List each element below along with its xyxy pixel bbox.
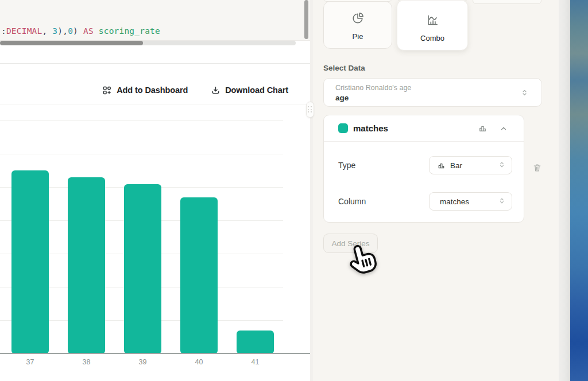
chart-type-combo-label: Combo <box>420 34 444 42</box>
add-to-dashboard-label: Add to Dashboard <box>117 85 188 95</box>
series-type-value: Bar <box>450 161 462 170</box>
code-token: 0 <box>68 26 73 36</box>
code-token <box>94 26 99 36</box>
code-token: AS <box>83 26 94 36</box>
add-to-dashboard-icon <box>102 85 112 95</box>
x-axis-labels: 3738394041 <box>0 358 310 368</box>
chart-type-pie-label: Pie <box>353 32 363 41</box>
download-chart-button[interactable]: Download Chart <box>211 85 288 95</box>
bar-matches-38 <box>68 177 105 354</box>
add-series-button[interactable]: Add Series <box>323 234 378 253</box>
select-data-heading: Select Data <box>323 64 365 72</box>
app-screen: :DECIMAL, 3),0) AS scoring_rate Add to D… <box>0 0 588 381</box>
column-row-label: Column <box>338 197 366 206</box>
series-card-header[interactable]: matches <box>324 115 524 142</box>
unfold-up-down-icon <box>520 88 529 99</box>
x-axis-tick-label: 39 <box>124 358 161 366</box>
bar-matches-39 <box>124 184 161 354</box>
code-token: ), <box>57 26 68 36</box>
chart-type-pie-card[interactable]: Pie <box>323 1 392 49</box>
download-chart-label: Download Chart <box>225 85 288 95</box>
data-source-value: age <box>335 94 349 102</box>
chart-config-panel: Pie Combo Select Data Cristiano Ronaldo'… <box>313 0 559 381</box>
unfold-up-down-icon <box>498 161 506 171</box>
x-axis-tick-label: 37 <box>11 358 49 366</box>
code-token: scoring_rate <box>99 26 160 36</box>
code-token: : <box>1 26 6 36</box>
divider <box>0 63 310 64</box>
editor-horizontal-scrollbar-thumb[interactable] <box>0 41 143 45</box>
type-row-label: Type <box>338 161 355 170</box>
delete-series-button[interactable] <box>531 162 543 175</box>
x-axis-line <box>0 353 310 354</box>
sql-editor[interactable]: :DECIMAL, 3),0) AS scoring_rate <box>0 0 310 41</box>
chart-toolbar: Add to Dashboard Download Chart <box>0 79 303 101</box>
bar-matches-40 <box>180 197 218 354</box>
bar-matches-37 <box>11 170 49 354</box>
editor-vertical-scrollbar[interactable] <box>304 0 308 39</box>
chart-type-combo-card[interactable]: Combo <box>397 0 468 50</box>
series-color-swatch <box>338 123 348 133</box>
mini-bar-chart-icon <box>477 123 488 136</box>
bar-matches-41 <box>237 331 274 354</box>
combo-chart-icon <box>425 13 440 30</box>
code-token: , <box>42 26 52 36</box>
data-source-title: Cristiano Ronaldo's age <box>335 84 411 92</box>
series-column-dropdown[interactable]: matches <box>429 192 512 211</box>
panel-resize-handle[interactable] <box>306 102 314 118</box>
data-source-select[interactable]: Cristiano Ronaldo's age age <box>323 78 542 107</box>
series-type-dropdown[interactable]: Bar <box>429 156 512 174</box>
x-axis-tick-label: 38 <box>68 358 105 366</box>
code-token: 3 <box>52 26 57 36</box>
window-edge <box>559 0 570 381</box>
x-axis-tick-label: 41 <box>237 358 274 366</box>
code-token: DECIMAL <box>6 26 42 36</box>
unfold-up-down-icon <box>498 197 506 207</box>
chart-type-card-partial[interactable] <box>473 0 541 4</box>
sql-code-line: :DECIMAL, 3),0) AS scoring_rate <box>1 26 160 36</box>
x-axis-tick-label: 40 <box>180 358 218 366</box>
add-to-dashboard-button[interactable]: Add to Dashboard <box>102 85 188 95</box>
series-name: matches <box>353 123 388 133</box>
code-token: ) <box>73 26 83 36</box>
pie-chart-icon <box>350 11 365 28</box>
bar-type-icon <box>436 161 446 173</box>
bar-chart-plot <box>0 104 310 354</box>
series-column-value: matches <box>440 197 469 206</box>
desktop-wallpaper <box>570 0 588 381</box>
download-icon <box>211 85 220 95</box>
collapse-series-button[interactable] <box>500 125 508 134</box>
drag-dots-icon <box>308 106 312 113</box>
series-card-matches: matches Type <box>323 115 524 223</box>
